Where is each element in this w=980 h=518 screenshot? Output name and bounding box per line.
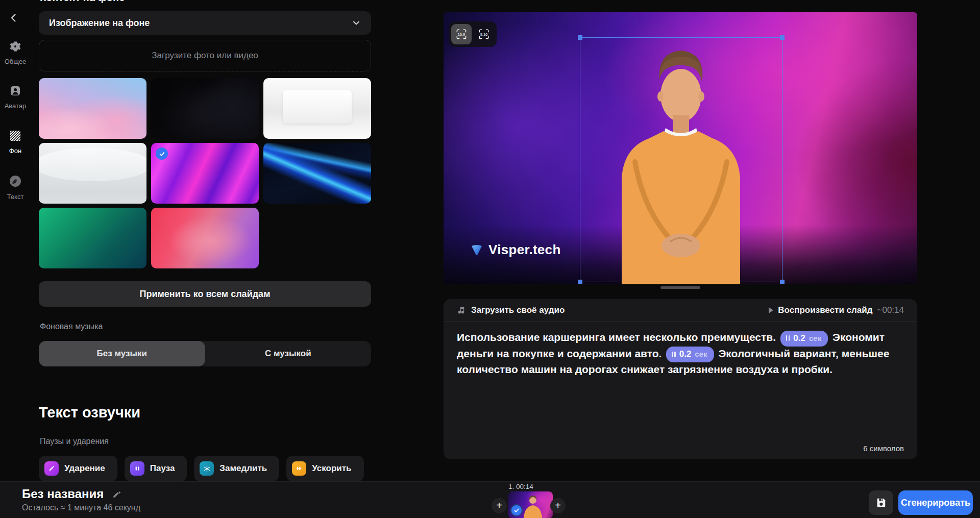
- sidebar-item-background[interactable]: Фон: [0, 129, 31, 155]
- pause-badge[interactable]: 0.2сек: [780, 331, 828, 347]
- apply-all-button[interactable]: Применить ко всем слайдам: [39, 281, 371, 307]
- voice-section-title: Текст озвучки: [39, 404, 140, 421]
- slide-label: 1. 00:14: [508, 483, 533, 490]
- tag-button-pause[interactable]: Пауза: [125, 456, 187, 481]
- text-icon: [9, 175, 22, 188]
- aspect-button-16x9[interactable]: 16:9: [451, 24, 472, 44]
- sidebar-item-label: Текст: [0, 193, 31, 201]
- music-section-label: Фоновая музыка: [40, 322, 103, 331]
- visper-logo-icon: [470, 243, 483, 257]
- accent-icon: [44, 461, 59, 476]
- save-button[interactable]: [869, 490, 893, 515]
- slow-icon: [200, 461, 214, 476]
- pauses-label: Паузы и ударения: [40, 437, 109, 446]
- avatar-icon: [9, 84, 22, 97]
- sidebar-item-label: Фон: [0, 147, 31, 155]
- background-thumbnail-light-podium[interactable]: [39, 143, 146, 204]
- music-option[interactable]: Без музыки: [39, 341, 205, 366]
- add-slide-before-button[interactable]: +: [492, 498, 507, 513]
- sidebar-item-label: Общее: [0, 58, 31, 65]
- background-type-dropdown[interactable]: Изображение на фоне: [39, 11, 371, 35]
- upload-audio-button[interactable]: Загрузить своё аудио: [457, 305, 565, 315]
- panel-title: Контент на фоне: [40, 0, 125, 4]
- slide-selected-check-icon: [510, 504, 523, 516]
- pause-icon: [672, 352, 676, 357]
- upload-dropzone[interactable]: Загрузите фото или видео: [39, 40, 371, 71]
- background-thumbnail-red-purple[interactable]: [151, 208, 259, 268]
- resize-handle[interactable]: [780, 35, 785, 40]
- pause-icon: [786, 335, 790, 341]
- background-thumbnail-pink-clouds[interactable]: [39, 78, 146, 139]
- background-thumbnails: [39, 78, 371, 268]
- sidebar-item-label: Аватар: [0, 102, 31, 110]
- tag-button-accent[interactable]: Ударение: [39, 456, 117, 481]
- background-thumbnail-dark-blur[interactable]: [151, 78, 259, 139]
- panel-drag-handle[interactable]: [660, 286, 700, 289]
- char-counter: 6 символов: [863, 444, 904, 453]
- arrow-left-icon: [8, 12, 20, 24]
- editor-header: Загрузить своё аудио Воспроизвести слайд…: [444, 299, 917, 322]
- slide-duration: ~00:14: [877, 305, 904, 315]
- fast-icon: [292, 461, 306, 476]
- project-title: Без названия: [22, 487, 104, 501]
- avatar-selection-frame[interactable]: [580, 37, 782, 282]
- add-slide-after-button[interactable]: +: [550, 498, 566, 513]
- background-thumbnail-neon-wave[interactable]: [263, 143, 371, 204]
- pause-icon: [130, 461, 144, 476]
- tag-button-fast[interactable]: Ускорить: [286, 456, 363, 481]
- video-preview[interactable]: 16:99:16 Visper.tech: [444, 12, 917, 284]
- aspect-ratio-control: 16:99:16: [449, 21, 497, 47]
- background-thumbnail-green-gradient[interactable]: [39, 208, 146, 268]
- edit-title-button[interactable]: [112, 489, 122, 499]
- gear-icon: [9, 40, 22, 53]
- generate-button[interactable]: Сгенерировать: [898, 490, 973, 515]
- play-slide-button[interactable]: Воспроизвести слайд ~00:14: [769, 305, 904, 315]
- background-icon: [9, 129, 22, 142]
- music-option[interactable]: С музыкой: [205, 341, 372, 366]
- play-icon: [769, 307, 773, 313]
- bottom-bar: Без названия Осталось ≈ 1 минута 46 секу…: [0, 481, 980, 518]
- tag-button-slow[interactable]: Замедлить: [194, 456, 279, 481]
- resize-handle[interactable]: [780, 280, 785, 284]
- background-panel: Контент на фоне Изображение на фоне Загр…: [39, 0, 371, 481]
- upload-label: Загрузите фото или видео: [152, 51, 258, 61]
- watermark: Visper.tech: [470, 242, 561, 258]
- dropdown-value: Изображение на фоне: [49, 18, 150, 29]
- markup-tags: УдарениеПаузаЗамедлитьУскорить: [39, 456, 364, 481]
- background-thumbnail-white-studio[interactable]: [263, 78, 371, 139]
- background-thumbnail-purple-stripes[interactable]: [151, 143, 259, 204]
- script-editor: Загрузить своё аудио Воспроизвести слайд…: [444, 299, 917, 459]
- resize-handle[interactable]: [578, 280, 582, 284]
- project-info: Без названия Осталось ≈ 1 минута 46 секу…: [22, 487, 140, 512]
- selected-check-icon: [156, 147, 168, 160]
- floppy-disk-icon: [875, 497, 887, 508]
- script-text[interactable]: Использование каршеринга имеет несколько…: [444, 322, 905, 377]
- slide-thumbnail[interactable]: [508, 491, 553, 518]
- sidebar: ОбщееАватарФонТекст: [0, 0, 31, 481]
- sidebar-item-general[interactable]: Общее: [0, 40, 31, 65]
- back-button[interactable]: [6, 10, 21, 26]
- aspect-button-9x16[interactable]: 9:16: [474, 24, 494, 44]
- chevron-down-icon: [352, 18, 361, 28]
- music-note-icon: [457, 306, 466, 315]
- preview-panel: 16:99:16 Visper.tech: [444, 0, 917, 481]
- watermark-text: Visper.tech: [488, 242, 561, 258]
- resize-handle[interactable]: [578, 35, 582, 40]
- sidebar-item-text[interactable]: Текст: [0, 175, 31, 201]
- music-toggle: Без музыкиС музыкой: [39, 341, 371, 366]
- pause-badge[interactable]: 0.2сек: [666, 347, 714, 362]
- sidebar-item-avatar[interactable]: Аватар: [0, 84, 31, 110]
- time-left: Осталось ≈ 1 минута 46 секунд: [22, 503, 140, 512]
